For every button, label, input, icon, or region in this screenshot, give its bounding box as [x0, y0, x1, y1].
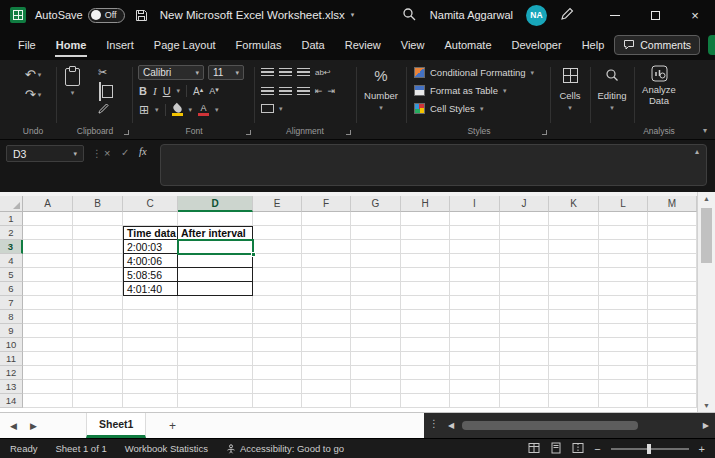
cell-F5[interactable] — [302, 268, 351, 282]
sheet-tab-sheet1[interactable]: Sheet1 — [86, 413, 146, 438]
cell-styles-button[interactable]: Cell Styles ▾ — [414, 103, 546, 114]
cell-G3[interactable] — [351, 240, 401, 254]
cell-G10[interactable] — [351, 338, 401, 352]
document-title[interactable]: New Microsoft Excel Worksheet.xlsx ▾ — [160, 9, 355, 21]
vertical-scrollbar-thumb[interactable] — [701, 208, 712, 263]
cell-M13[interactable] — [648, 380, 697, 394]
col-header-G[interactable]: G — [351, 196, 401, 212]
cell-D12[interactable] — [178, 366, 253, 380]
number-format-button[interactable]: % — [360, 67, 402, 84]
zoom-out-button[interactable]: − — [594, 443, 600, 455]
col-header-B[interactable]: B — [73, 196, 123, 212]
cell-C14[interactable] — [123, 394, 178, 408]
table-cell-C4[interactable]: 4:00:06 — [123, 254, 178, 268]
avatar[interactable]: NA — [526, 5, 547, 26]
cell-J4[interactable] — [500, 254, 549, 268]
cell-B7[interactable] — [73, 296, 123, 310]
scroll-down-icon[interactable]: ▼ — [698, 402, 715, 409]
normal-view-button[interactable] — [528, 442, 540, 456]
fill-handle[interactable] — [251, 252, 256, 257]
status-sheet-info[interactable]: Sheet 1 of 1 — [55, 443, 106, 454]
cell-M1[interactable] — [648, 212, 697, 226]
cell-L8[interactable] — [599, 310, 648, 324]
cell-K14[interactable] — [549, 394, 599, 408]
cell-K7[interactable] — [549, 296, 599, 310]
col-header-A[interactable]: A — [23, 196, 73, 212]
row-header-6[interactable]: 6 — [0, 282, 23, 296]
clipboard-dialog-launcher[interactable] — [124, 130, 129, 135]
excel-logo-icon[interactable] — [10, 7, 26, 23]
cell-I2[interactable] — [450, 226, 500, 240]
cell-M12[interactable] — [648, 366, 697, 380]
cell-G13[interactable] — [351, 380, 401, 394]
cell-F8[interactable] — [302, 310, 351, 324]
cell-C12[interactable] — [123, 366, 178, 380]
vertical-scrollbar[interactable]: ▲ ▼ — [697, 192, 715, 412]
row-header-9[interactable]: 9 — [0, 324, 23, 338]
cell-M3[interactable] — [648, 240, 697, 254]
cell-M14[interactable] — [648, 394, 697, 408]
cell-A5[interactable] — [23, 268, 73, 282]
cell-M7[interactable] — [648, 296, 697, 310]
cell-B3[interactable] — [73, 240, 123, 254]
cell-H13[interactable] — [401, 380, 450, 394]
cells-chevron[interactable]: ▾ — [553, 104, 587, 112]
cell-E12[interactable] — [253, 366, 302, 380]
cell-L7[interactable] — [599, 296, 648, 310]
cell-M11[interactable] — [648, 352, 697, 366]
cell-H4[interactable] — [401, 254, 450, 268]
cell-M6[interactable] — [648, 282, 697, 296]
cell-G11[interactable] — [351, 352, 401, 366]
cell-K6[interactable] — [549, 282, 599, 296]
cell-F9[interactable] — [302, 324, 351, 338]
col-header-D[interactable]: D — [178, 196, 253, 212]
row-header-11[interactable]: 11 — [0, 352, 23, 366]
borders-button[interactable]: ⊞ — [139, 103, 149, 117]
cell-L14[interactable] — [599, 394, 648, 408]
cell-K1[interactable] — [549, 212, 599, 226]
conditional-formatting-button[interactable]: Conditional Formatting ▾ — [414, 67, 546, 78]
font-dialog-launcher[interactable] — [246, 130, 251, 135]
font-name-select[interactable]: Calibri▾ — [138, 65, 204, 80]
cell-D11[interactable] — [178, 352, 253, 366]
cell-C7[interactable] — [123, 296, 178, 310]
align-middle-button[interactable] — [279, 68, 292, 77]
table-cell-D4[interactable] — [178, 254, 253, 268]
cell-M9[interactable] — [648, 324, 697, 338]
minimize-button[interactable] — [595, 0, 635, 30]
ribbon-tab-file[interactable]: File — [8, 30, 46, 60]
cell-C11[interactable] — [123, 352, 178, 366]
cell-B5[interactable] — [73, 268, 123, 282]
cell-K12[interactable] — [549, 366, 599, 380]
zoom-slider-thumb[interactable] — [647, 444, 651, 454]
table-cell-D5[interactable] — [178, 268, 253, 282]
cell-A9[interactable] — [23, 324, 73, 338]
ribbon-tab-home[interactable]: Home — [46, 30, 97, 60]
cell-J1[interactable] — [500, 212, 549, 226]
underline-button[interactable]: U — [163, 85, 171, 97]
cell-F4[interactable] — [302, 254, 351, 268]
cell-I14[interactable] — [450, 394, 500, 408]
table-cell-D6[interactable] — [178, 282, 253, 296]
maximize-button[interactable] — [635, 0, 675, 30]
cell-G6[interactable] — [351, 282, 401, 296]
cell-J8[interactable] — [500, 310, 549, 324]
table-cell-C3[interactable]: 2:00:03 — [123, 240, 178, 254]
cell-B1[interactable] — [73, 212, 123, 226]
cell-E1[interactable] — [253, 212, 302, 226]
autosave-toggle[interactable]: Off — [88, 8, 125, 23]
selected-cell-D3[interactable] — [177, 239, 254, 255]
font-size-select[interactable]: 11▾ — [208, 65, 244, 80]
cell-E9[interactable] — [253, 324, 302, 338]
cell-A4[interactable] — [23, 254, 73, 268]
cell-D9[interactable] — [178, 324, 253, 338]
insert-function-button[interactable]: fx — [139, 146, 147, 157]
cell-J11[interactable] — [500, 352, 549, 366]
cell-H1[interactable] — [401, 212, 450, 226]
cell-M2[interactable] — [648, 226, 697, 240]
editing-chevron[interactable]: ▾ — [593, 104, 631, 112]
cell-A8[interactable] — [23, 310, 73, 324]
col-header-E[interactable]: E — [253, 196, 302, 212]
cell-I3[interactable] — [450, 240, 500, 254]
prev-sheet-button[interactable]: ◀ — [10, 413, 17, 438]
